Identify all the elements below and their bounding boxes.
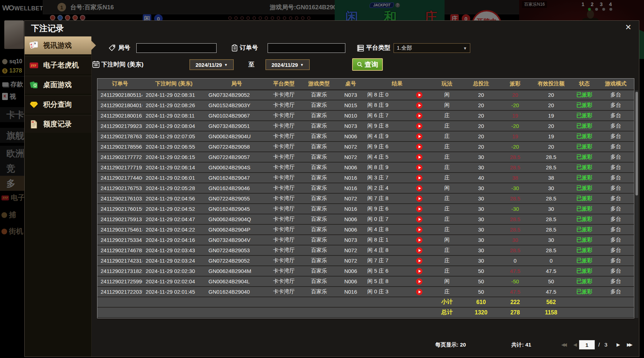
cell-result: 闲 6 庄 7 bbox=[363, 110, 431, 121]
play-icon[interactable] bbox=[416, 278, 422, 285]
play-icon[interactable] bbox=[416, 133, 422, 140]
menu-item-table-games[interactable]: $ 桌面游戏 bbox=[25, 76, 91, 94]
cell-valid-bet: 30 bbox=[531, 204, 571, 214]
play-icon[interactable] bbox=[416, 268, 422, 274]
cell-mode: 多台 bbox=[598, 110, 634, 121]
play-icon[interactable] bbox=[416, 185, 422, 192]
cell-order: 241129021746785 bbox=[97, 245, 142, 255]
play-icon[interactable] bbox=[416, 289, 422, 295]
search-button[interactable]: 查询 bbox=[352, 58, 383, 71]
cell-platform: 卡卡湾厅 bbox=[268, 276, 300, 287]
play-icon[interactable] bbox=[416, 175, 422, 181]
play-icon[interactable] bbox=[416, 258, 422, 264]
cell-round: GN07224B29055 bbox=[205, 193, 268, 204]
table-row: 241129021799233 2024-11-29 02:08:04 GN07… bbox=[97, 121, 634, 131]
play-icon[interactable] bbox=[416, 144, 422, 150]
cell-payout: 47.5 bbox=[499, 266, 531, 276]
cell-payout: 28.5 bbox=[499, 193, 531, 204]
scrollbar-thumb[interactable] bbox=[635, 92, 638, 195]
round-input[interactable] bbox=[136, 43, 217, 53]
cell-round: GN07324B29051 bbox=[205, 121, 268, 131]
play-icon[interactable] bbox=[416, 227, 422, 233]
play-icon[interactable] bbox=[416, 164, 422, 171]
table-row: 241129021800162 2024-11-29 02:08:11 GN01… bbox=[97, 110, 634, 121]
close-icon[interactable]: × bbox=[625, 22, 631, 32]
cell-total-bet: 20 bbox=[463, 110, 499, 121]
cell-bet-type: 庄 bbox=[431, 204, 463, 214]
cell-status: 已派彩 bbox=[571, 235, 598, 245]
menu-item-quota-records[interactable]: 额度记录 bbox=[25, 115, 91, 133]
cell-bet-time: 2024-11-29 02:02:30 bbox=[142, 266, 205, 276]
menu-item-slots[interactable]: 777 电子老虎机 bbox=[25, 56, 91, 74]
platform-select[interactable]: 1.全部 ▼ bbox=[394, 43, 470, 53]
cell-total-bet: 30 bbox=[463, 193, 499, 204]
cell-valid-bet: 30 bbox=[531, 235, 571, 245]
cell-bet-time: 2024-11-29 02:03:24 bbox=[142, 255, 205, 266]
cell-result: 闲 9 庄 6 bbox=[363, 204, 431, 214]
cell-mode: 多台 bbox=[598, 276, 634, 287]
play-icon[interactable] bbox=[416, 195, 422, 202]
play-icon[interactable] bbox=[416, 206, 422, 212]
cell-order: 241129021754618 bbox=[97, 224, 142, 235]
table-row: 241129021774406 2024-11-29 02:06:01 GN01… bbox=[97, 173, 634, 183]
cell-platform: 卡卡湾厅 bbox=[268, 266, 300, 276]
cell-bet-type: 庄 bbox=[431, 173, 463, 183]
play-icon[interactable] bbox=[416, 102, 422, 109]
cell-status: 已派彩 bbox=[571, 90, 598, 100]
play-icon[interactable] bbox=[416, 154, 422, 160]
chevron-down-icon: ▼ bbox=[463, 46, 467, 50]
cell-total-bet: 30 bbox=[463, 224, 499, 235]
cell-status: 已派彩 bbox=[571, 276, 598, 287]
to-label: 至 bbox=[248, 59, 254, 70]
table-row: 241129021722039 2024-11-29 02:01:45 GN01… bbox=[97, 287, 634, 297]
play-icon[interactable] bbox=[416, 123, 422, 129]
cell-bet-time: 2024-11-29 02:04:56 bbox=[142, 193, 205, 204]
play-icon[interactable] bbox=[416, 216, 422, 223]
cell-valid-bet: 47.5 bbox=[531, 266, 571, 276]
date-to-picker[interactable]: 2024/11/29 ▼ bbox=[265, 59, 310, 70]
menu-item-points[interactable]: 积分查询 bbox=[25, 95, 91, 113]
playing-cards-icon: 9K♥ bbox=[28, 41, 40, 50]
cell-valid-bet: 28.5 bbox=[531, 245, 571, 255]
cell-mode: 多台 bbox=[598, 214, 634, 224]
cell-result: 闲 8 庄 1 bbox=[363, 235, 431, 245]
play-icon[interactable] bbox=[416, 237, 422, 243]
cell-order: 241129021731823 bbox=[97, 266, 142, 276]
cell-round: GN01624B29047 bbox=[205, 173, 268, 183]
cell-status: 已派彩 bbox=[571, 131, 598, 141]
cell-game-type: 百家乐 bbox=[300, 214, 338, 224]
play-icon[interactable] bbox=[416, 113, 422, 119]
cell-payout: 28.5 bbox=[499, 214, 531, 224]
cell-status: 已派彩 bbox=[571, 121, 598, 131]
cell-bet-time: 2024-11-29 02:04:16 bbox=[142, 235, 205, 245]
cell-valid-bet: 19 bbox=[531, 131, 571, 141]
modal-sidebar: 9K♥ 视讯游戏 777 电子老虎机 $ 桌面游戏 积分查询 bbox=[25, 36, 92, 357]
cell-bet-time: 2024-11-29 02:07:05 bbox=[142, 131, 205, 141]
date-from-picker[interactable]: 2024/11/29 ▼ bbox=[189, 59, 234, 70]
order-input[interactable] bbox=[268, 43, 345, 53]
play-icon[interactable] bbox=[416, 92, 422, 98]
cell-mode: 多台 bbox=[598, 162, 634, 173]
table-scrollbar[interactable] bbox=[635, 90, 638, 318]
cell-mode: 多台 bbox=[598, 173, 634, 183]
cell-result: 闲 4 庄 8 bbox=[363, 245, 431, 255]
last-page-icon[interactable]: ▶▶ bbox=[627, 339, 631, 350]
table-row: 241129021804016 2024-11-29 02:08:26 GN01… bbox=[97, 100, 634, 110]
cell-table-no: N016 bbox=[338, 183, 363, 193]
table-row: 241129021753347 2024-11-29 02:04:16 GN07… bbox=[97, 235, 634, 245]
first-page-icon[interactable]: ◀◀ bbox=[561, 339, 566, 350]
cell-round: GN01624B29045 bbox=[205, 204, 268, 214]
cell-valid-bet: 20 bbox=[531, 100, 571, 110]
page-number-input[interactable]: 1 bbox=[579, 340, 595, 349]
cell-total-bet: 20 bbox=[463, 121, 499, 131]
next-page-icon[interactable]: ▶ bbox=[617, 339, 620, 350]
prev-page-icon[interactable]: ◀ bbox=[573, 339, 577, 350]
cell-mode: 多台 bbox=[598, 287, 634, 297]
cell-bet-time: 2024-11-29 02:06:15 bbox=[142, 152, 205, 162]
cell-total-bet: 30 bbox=[463, 235, 499, 245]
cell-payout: 19 bbox=[499, 131, 531, 141]
menu-item-video-games[interactable]: 9K♥ 视讯游戏 bbox=[25, 36, 91, 54]
cell-result: 闲 8 庄 9 bbox=[363, 162, 431, 173]
play-icon[interactable] bbox=[416, 247, 422, 254]
cell-status: 已派彩 bbox=[571, 100, 598, 110]
